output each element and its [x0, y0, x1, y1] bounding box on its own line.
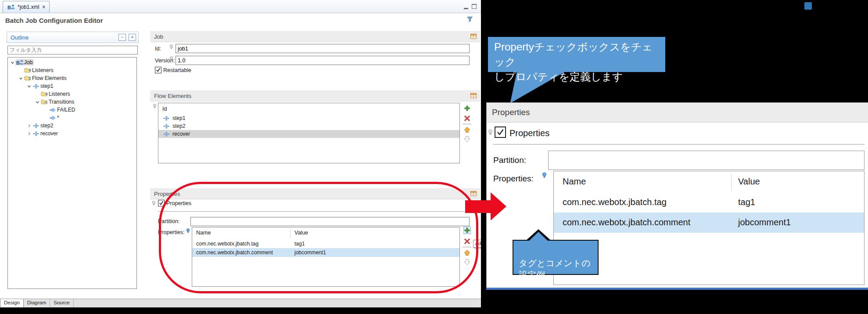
panel-bottom-blue-line [486, 288, 868, 290]
step-icon [32, 84, 39, 89]
name-column-header: Name [196, 230, 211, 236]
zoom-properties-checkbox [495, 126, 506, 138]
zoom-property-row-comment-selected: com.nec.webotx.jbatch.comment jobcomment… [554, 213, 864, 233]
properties-table-buttons [463, 227, 471, 266]
tab-job1-xml[interactable]: B *job1.xml × [3, 1, 50, 13]
properties-checkbox[interactable] [158, 200, 165, 206]
version-hint-bulb-icon [169, 55, 173, 63]
properties-section-title: Properties [154, 191, 180, 197]
tree-item-label: * [57, 115, 59, 121]
partition-input[interactable] [190, 217, 470, 226]
section-grid-icon[interactable] [470, 33, 477, 39]
chevron-expanded-icon[interactable] [10, 61, 15, 65]
move-up-button[interactable] [463, 249, 471, 256]
transition-arrow-icon [49, 108, 56, 112]
flow-row-step1[interactable]: step1 [158, 114, 459, 122]
tree-item-label: Job [24, 59, 32, 65]
transitions-folder-icon [40, 99, 48, 105]
editor-tab-bar: B *job1.xml × [0, 0, 481, 13]
tree-item-label: Flow Elements [32, 75, 67, 81]
delete-property-button[interactable] [463, 238, 471, 245]
chevron-expanded-icon[interactable] [35, 100, 40, 104]
property-name-cell: com.nec.webotx.jbatch.tag [196, 241, 258, 247]
tree-item-listeners[interactable]: Listeners [8, 66, 136, 74]
chevron-expanded-icon[interactable] [26, 84, 32, 88]
step-icon [32, 131, 39, 136]
outline-header: Outline − + [7, 32, 139, 43]
step-icon [162, 124, 170, 129]
minimize-view-icon[interactable] [464, 4, 468, 9]
tree-item-transitions[interactable]: Transitions [8, 98, 136, 106]
tab-design[interactable]: Design [0, 299, 24, 307]
callout-line2: しプロパティを定義します [494, 69, 659, 84]
flow-row-label: step2 [172, 123, 185, 129]
job-file-icon: B [7, 4, 14, 10]
properties-table: Name Value com.nec.webotx.jbatch.tag tag… [192, 227, 460, 287]
flow-section-header: Flow Elements [150, 90, 480, 101]
properties-table-label: Properties: [158, 229, 184, 235]
tree-item-step2[interactable]: step2 [8, 122, 136, 130]
zoom-properties-checkbox-label: Properties [509, 128, 549, 138]
transition-arrow-icon [49, 115, 56, 120]
zoom-properties-section-title: Properties [492, 108, 530, 117]
job-section-header: Job [150, 31, 480, 42]
zoom-section-divider [493, 144, 864, 144]
tree-item-step1-listeners[interactable]: Listeners [8, 90, 136, 98]
id-label: Id: [155, 46, 161, 52]
collapse-all-button[interactable]: − [118, 34, 126, 41]
tab-close-icon[interactable]: × [42, 4, 45, 10]
property-row-tag[interactable]: com.nec.webotx.jbatch.tag tag1 [192, 239, 459, 248]
version-input[interactable] [176, 56, 470, 65]
properties-blue-bulb-icon [186, 227, 190, 235]
flow-hint-bulb-icon [153, 103, 157, 111]
zoom-property-value-cell: jobcomment1 [738, 217, 791, 227]
move-down-button[interactable] [463, 135, 471, 143]
tree-item-job[interactable]: B Job [8, 58, 136, 66]
add-flow-element-button[interactable] [463, 105, 471, 112]
filter-funnel-icon[interactable] [467, 16, 473, 24]
tree-item-failed[interactable]: FAILED [8, 106, 136, 114]
chevron-collapsed-icon[interactable] [26, 132, 32, 136]
flow-row-label: recover [172, 131, 190, 137]
tree-item-step1[interactable]: step1 [8, 82, 136, 90]
section-grid-icon[interactable] [470, 191, 477, 196]
delete-flow-element-button[interactable] [463, 115, 471, 122]
properties-hint-bulb-icon [152, 200, 156, 208]
partition-label: Partition: [158, 218, 179, 224]
flow-row-step2[interactable]: step2 [158, 122, 459, 130]
value-column-header: Value [294, 230, 308, 236]
move-down-button[interactable] [463, 258, 471, 266]
restartable-label: Restartable [163, 67, 191, 73]
chevron-expanded-icon[interactable] [18, 76, 24, 80]
flow-table-header: Id [158, 103, 459, 114]
step-icon [162, 116, 170, 121]
callout-text: タグとコメントの設定例 [519, 257, 598, 281]
move-up-button[interactable] [463, 126, 471, 134]
outline-tree: B Job Listeners Flow Elements step1 [7, 57, 137, 289]
svg-text:B: B [7, 5, 11, 10]
tree-item-recover[interactable]: recover [8, 130, 136, 137]
tree-item-wildcard[interactable]: * [8, 114, 136, 122]
step-icon [32, 123, 39, 128]
tab-source[interactable]: Source [50, 299, 73, 307]
restartable-checkbox[interactable] [155, 67, 161, 73]
editor-window: B *job1.xml × Batch Job Configuration Ed… [0, 0, 481, 307]
section-grid-icon[interactable] [470, 93, 477, 98]
maximize-view-icon[interactable] [472, 4, 477, 9]
zoom-partition-input [548, 151, 864, 170]
property-row-comment-selected[interactable]: com.nec.webotx.jbatch.comment jobcomment… [192, 248, 459, 257]
corner-blue-square [804, 2, 812, 10]
flow-row-recover-selected[interactable]: recover [158, 130, 459, 138]
zoom-blue-bulb-icon [542, 172, 547, 180]
callout-property-checkbox: Propertyチェックボックスをチェック しプロパティを定義します [488, 37, 665, 72]
tree-item-label: Listeners [32, 67, 54, 73]
chevron-collapsed-icon[interactable] [26, 124, 32, 128]
tab-diagram[interactable]: Diagram [24, 299, 50, 307]
id-input[interactable] [176, 44, 470, 53]
tree-item-flow-elements[interactable]: Flow Elements [8, 74, 136, 82]
expand-all-button[interactable]: + [129, 34, 136, 41]
editor-bottom-tabs: Design Diagram Source [0, 299, 481, 307]
column-divider[interactable] [290, 229, 291, 238]
outline-filter-input[interactable] [7, 46, 138, 54]
add-property-button[interactable] [463, 227, 471, 234]
